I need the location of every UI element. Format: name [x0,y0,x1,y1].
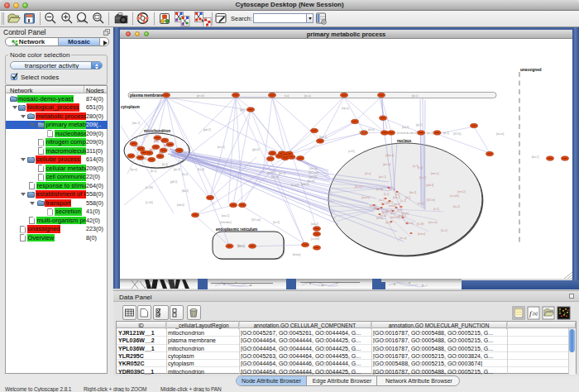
svg-text:[str-b]: [str-b] [376,188,383,191]
svg-text:[qe-3]: [qe-3] [174,168,180,171]
svg-text:[de-3]: [de-3] [382,211,388,214]
svg-text:[top-a]: [top-a] [342,107,349,110]
svg-text:[ydd-4]: [ydd-4] [426,184,433,187]
svg-text:[kt-1]: [kt-1] [443,131,449,135]
svg-text:[ha-4]: [ha-4] [198,168,204,171]
svg-text:[la-m]: [la-m] [407,222,414,225]
svg-text:[m6]: [m6] [154,140,159,143]
svg-text:[mm-a]: [mm-a] [431,172,438,175]
svg-text:[ydd-1]: [ydd-1] [301,183,309,186]
svg-text:[np-1]: [np-1] [385,221,391,224]
svg-text:[abc-1]: [abc-1] [132,122,140,125]
svg-text:[mn-2]: [mn-2] [218,146,225,149]
svg-text:plasma membrane: plasma membrane [130,93,164,98]
svg-text:[wat-m]: [wat-m] [361,196,370,199]
svg-text:[bnd-p]: [bnd-p] [293,253,301,256]
svg-text:[bb-2]: [bb-2] [182,189,189,193]
svg-text:[br-wt]: [br-wt] [308,179,315,183]
svg-text:[m4]: [m4] [142,157,147,160]
svg-text:[yy-1]: [yy-1] [416,123,423,127]
svg-text:[fa-2]: [fa-2] [182,173,188,176]
svg-text:[wa-m]: [wa-m] [496,132,504,136]
svg-text:[chr-a]: [chr-a] [271,175,279,179]
svg-text:[z-01]: [z-01] [348,150,355,153]
svg-text:[GO-m]: [GO-m] [427,198,435,202]
svg-text:[retendon]: [retendon] [220,221,232,224]
svg-text:[GO-a4]: [GO-a4] [251,218,261,222]
svg-text:[ww-2]: [ww-2] [311,222,318,226]
svg-text:[ca-m8]: [ca-m8] [311,237,319,241]
svg-text:[cc-a]: [cc-a] [418,202,424,205]
svg-text:[bst-2]: [bst-2] [532,155,539,159]
svg-text:[wt-04]: [wt-04] [309,175,317,179]
svg-text:[sec-a]: [sec-a] [309,167,317,170]
svg-text:[GO-b]: [GO-b] [453,132,461,136]
svg-text:[rt-2]: [rt-2] [418,166,423,170]
svg-text:[lo-2]: [lo-2] [162,163,168,166]
svg-text:cytoplasm: cytoplasm [121,105,140,109]
svg-text:[tri-1]: [tri-1] [433,208,439,211]
svg-text:[rc-09]: [rc-09] [146,186,153,189]
svg-text:[m5]: [m5] [164,144,169,147]
svg-text:[iu-2]: [iu-2] [400,199,406,203]
svg-text:[co-ab1]: [co-ab1] [450,194,459,198]
svg-text:[aa-1]: [aa-1] [379,198,385,202]
svg-text:[klm-1]: [klm-1] [319,136,327,139]
svg-text:[md-0]: [md-0] [177,203,184,207]
svg-text:[hi-2]: [hi-2] [384,193,389,196]
svg-text:[gw]: [gw] [240,108,245,112]
svg-text:[prs-b]: [prs-b] [197,94,204,98]
svg-text:[ij-a]: [ij-a] [395,193,400,196]
svg-text:[pp-1]: [pp-1] [389,188,395,191]
svg-text:[m1]: [m1] [135,145,140,148]
svg-text:[ydl-1]: [ydl-1] [170,180,177,184]
svg-text:[da-1]: [da-1] [427,131,433,135]
svg-text:[fre-1]: [fre-1] [419,176,426,179]
svg-text:[abm-a]: [abm-a] [385,154,394,157]
svg-text:[wq-2]: [wq-2] [402,126,409,129]
svg-text:[jk-1]: [jk-1] [405,196,411,199]
svg-text:[gh-m]: [gh-m] [402,212,409,215]
svg-text:[GO-aa1]: [GO-aa1] [309,171,319,174]
svg-text:[bb-2]: [bb-2] [387,201,393,204]
svg-text:[rem-2]: [rem-2] [457,190,466,194]
svg-text:[ef-a]: [ef-a] [390,212,396,215]
svg-text:(x): (x) [533,311,538,316]
svg-text:[br-1]: [br-1] [151,170,156,173]
svg-text:[km-2]: [km-2] [370,204,376,208]
svg-text:[mn-a]: [mn-a] [376,217,383,220]
svg-text:[hdr-1]: [hdr-1] [393,196,400,199]
svg-text:[t-a]: [t-a] [285,94,289,98]
svg-text:[xk-a]: [xk-a] [365,172,371,175]
svg-text:[rc-00]: [rc-00] [146,201,153,204]
svg-text:[ml-c]: [ml-c] [368,128,374,131]
svg-text:[m3]: [m3] [159,151,164,155]
svg-text:[ter-0]: [ter-0] [273,221,280,224]
svg-text:[kt-09]: [kt-09] [417,222,424,226]
svg-text:[bin-c]: [bin-c] [238,245,245,248]
svg-text:[loc-a]: [loc-a] [400,237,406,240]
svg-text:[brr-2]: [brr-2] [279,172,285,175]
svg-text:[fin-2]: [fin-2] [441,229,447,232]
svg-text:[ps-a]: [ps-a] [304,94,311,98]
svg-text:[lo-out]: [lo-out] [291,184,299,187]
svg-text:[tm-09]: [tm-09] [267,171,275,174]
svg-text:[wat-1]: [wat-1] [222,214,229,218]
svg-text:[bw-1]: [bw-1] [409,191,416,194]
svg-text:[kb-a]: [kb-a] [359,131,366,134]
svg-text:nucleus: nucleus [397,139,412,143]
svg-text:[ya-a]: [ya-a] [131,168,137,171]
svg-text:[cd-m]: [cd-m] [394,203,400,206]
svg-text:unassigned: unassigned [520,68,542,72]
svg-text:[tri-mod-ds-rdm-0]: [tri-mod-ds-rdm-0] [397,131,417,135]
svg-text:[kk-02]: [kk-02] [355,185,362,189]
svg-text:[pur-1]: [pur-1] [379,175,386,179]
svg-text:[ghi-4]: [ghi-4] [252,148,260,151]
svg-text:[yk-c]: [yk-c] [412,94,418,98]
svg-text:[wes-m]: [wes-m] [428,221,438,224]
svg-text:[m2]: [m2] [150,148,155,151]
svg-text:[ba-2]: [ba-2] [453,205,460,208]
svg-text:[ydr-2]: [ydr-2] [203,128,211,131]
svg-text:[yhr-m]: [yhr-m] [383,163,390,166]
svg-text:[md-w]: [md-w] [418,232,425,236]
